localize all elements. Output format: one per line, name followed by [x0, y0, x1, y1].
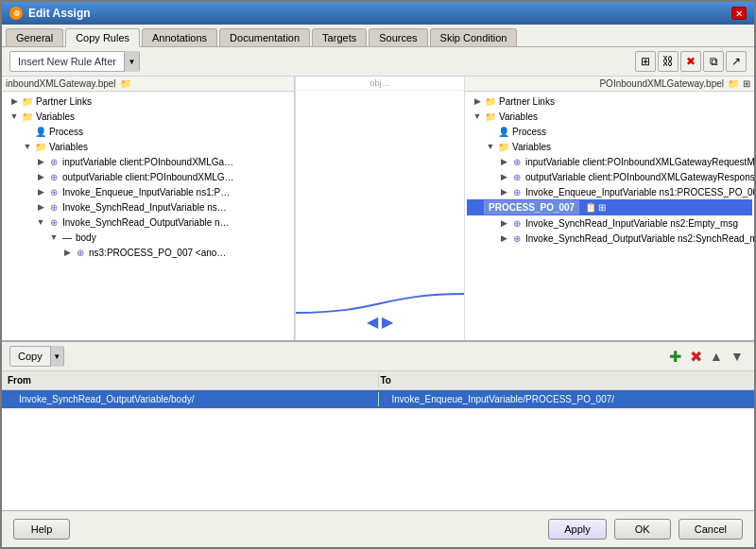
tree-item[interactable]: ▼ 📁 Variables [467, 109, 752, 124]
move-up-icon[interactable]: ▲ [707, 347, 726, 366]
grid-icon[interactable]: ⊞ [635, 51, 656, 72]
right-expand-icon: ⊞ [743, 78, 750, 89]
tree-item[interactable]: ▶ ⊕ ns3:PROCESS_PO_007 <ano… [4, 245, 292, 260]
move-down-icon[interactable]: ▼ [728, 347, 747, 366]
left-tree-area[interactable]: ▶ 📁 Partner Links ▼ 📁 Variables 👤 Proces… [2, 92, 294, 340]
tab-sources[interactable]: Sources [369, 28, 427, 46]
to-value: Invoke_Enqueue_InputVariable/PROCESS_PO_… [392, 394, 615, 404]
expand-icon: ▶ [471, 94, 484, 108]
process-icon: 👤 [34, 125, 47, 138]
tree-label: Variables [512, 142, 551, 152]
left-file-name: inboundXMLGateway.bpel [6, 78, 116, 89]
tab-copy-rules[interactable]: Copy Rules [65, 28, 140, 47]
link-icon[interactable]: ⛓ [658, 51, 679, 72]
copy-dropdown-arrow[interactable]: ▼ [50, 346, 63, 367]
var-icon: ⊕ [47, 155, 60, 168]
insert-rule-dropdown[interactable]: Insert New Rule After ▼ [9, 51, 140, 72]
tab-skip-condition[interactable]: Skip Condition [430, 28, 518, 46]
help-button[interactable]: Help [13, 519, 70, 540]
folder-icon: 📁 [484, 94, 497, 108]
footer: Help Apply OK Cancel [2, 510, 754, 547]
highlight-box: PROCESS_PO_007 [484, 200, 579, 214]
left-panel-header: inboundXMLGateway.bpel 📁 [2, 77, 294, 92]
tree-item[interactable]: ▼ — body [4, 230, 292, 245]
insert-rule-arrow[interactable]: ▼ [124, 51, 139, 72]
from-value: Invoke_SynchRead_OutputVariable/body/ [19, 394, 195, 404]
tree-item[interactable]: ▶ ⊕ Invoke_SynchRead_InputVariable ns2:E… [467, 215, 752, 231]
tab-annotations[interactable]: Annotations [142, 28, 217, 46]
table-header: From To [2, 371, 754, 390]
to-header: To [378, 373, 751, 387]
tree-item[interactable]: ▼ 📁 Variables [4, 139, 292, 154]
tree-label: Invoke_Enqueue_InputVariable ns1:P… [62, 187, 230, 197]
tree-item[interactable]: ▶ ⊕ outputVariable client:POInboundXMLG… [4, 169, 292, 184]
expand-icon: ▶ [34, 170, 47, 183]
from-header: From [6, 373, 378, 387]
folder-icon: 📁 [21, 94, 34, 108]
from-cell: ⊕ Invoke_SynchRead_OutputVariable/body/ [6, 392, 378, 406]
connector-label: obj… [296, 77, 464, 91]
tab-targets[interactable]: Targets [312, 28, 367, 46]
right-file-name: POInboundXMLGateway.bpel [599, 78, 724, 89]
tree-item[interactable]: ▶ ⊕ Invoke_SynchRead_OutputVariable ns2:… [467, 231, 752, 246]
var-icon: ⊕ [47, 170, 60, 183]
expand-icon: ▼ [21, 140, 34, 153]
expand-icon [21, 125, 34, 138]
tree-item[interactable]: ▼ ⊕ Invoke_SynchRead_OutputVariable n… [4, 214, 292, 230]
expand-icon: ▼ [8, 110, 21, 123]
tree-label: inputVariable client:POInboundXMLGa… [62, 157, 233, 167]
tab-documentation[interactable]: Documentation [219, 28, 310, 46]
tree-item[interactable]: ▶ ⊕ outputVariable client:POInboundXMLGa… [467, 169, 752, 184]
delete-rule-icon[interactable]: ✖ [686, 347, 705, 366]
tree-item[interactable]: 👤 Process [467, 124, 752, 139]
expand-icon: ▶ [60, 246, 74, 259]
close-button[interactable]: ✕ [731, 7, 747, 20]
arrow-left-icon: ◀ [367, 313, 378, 331]
tabs-bar: General Copy Rules Annotations Documenta… [2, 25, 754, 47]
from-icon: ⊕ [8, 394, 15, 404]
expand-icon: ▶ [8, 94, 21, 108]
tree-item[interactable]: ▶ 📁 Partner Links [4, 94, 292, 109]
toolbar-row: Insert New Rule After ▼ ⊞ ⛓ ✖ ⧉ ↗ [2, 47, 754, 77]
tree-item-highlighted[interactable]: PROCESS_PO_007 📋 ⊞ [467, 199, 752, 215]
left-panel: inboundXMLGateway.bpel 📁 ▶ 📁 Partner Lin… [2, 77, 295, 340]
title-bar-left: ⚙ Edit Assign [9, 7, 91, 20]
apply-button[interactable]: Apply [548, 519, 607, 540]
copy-rules-table: From To ⊕ Invoke_SynchRead_OutputVariabl… [2, 371, 754, 510]
add-rule-icon[interactable]: ✚ [665, 347, 684, 366]
copy-button[interactable]: Copy ▼ [9, 346, 64, 367]
table-row[interactable]: ⊕ Invoke_SynchRead_OutputVariable/body/ … [2, 390, 754, 409]
bottom-icons: ✚ ✖ ▲ ▼ [665, 347, 747, 366]
dialog-icon: ⚙ [9, 7, 23, 20]
node-icon: — [60, 231, 74, 244]
tree-item[interactable]: ▼ 📁 Variables [467, 139, 752, 154]
arrow-right-icon: ▶ [382, 313, 393, 331]
expand-icon: ▼ [47, 231, 60, 244]
remove-icon[interactable]: ✖ [680, 51, 701, 72]
tree-item[interactable]: ▶ ⊕ Invoke_Enqueue_InputVariable ns1:P… [4, 184, 292, 199]
tree-item[interactable]: ▼ 📁 Variables [4, 109, 292, 124]
tree-item[interactable]: ▶ ⊕ inputVariable client:POInboundXMLGat… [467, 154, 752, 169]
copy-icon[interactable]: ⧉ [703, 51, 724, 72]
tree-label: ns3:PROCESS_PO_007 <ano… [89, 248, 226, 258]
expand-icon: ▶ [497, 185, 510, 198]
tree-label: outputVariable client:POInboundXMLG… [62, 172, 234, 182]
cancel-button[interactable]: Cancel [679, 519, 743, 540]
connector-svg [296, 91, 465, 336]
tree-item[interactable]: ▶ ⊕ Invoke_Enqueue_InputVariable ns1:PRO… [467, 184, 752, 199]
expand-icon: ▶ [34, 200, 47, 214]
tree-item[interactable]: ▶ ⊕ Invoke_SynchRead_InputVariable ns… [4, 199, 292, 214]
tree-item[interactable]: ▶ 📁 Partner Links [467, 94, 752, 109]
tab-general[interactable]: General [6, 28, 63, 46]
ok-button[interactable]: OK [614, 519, 671, 540]
tree-label: body [76, 232, 96, 243]
folder-icon: 📁 [34, 140, 47, 153]
folder-icon: 📁 [484, 110, 497, 123]
var-icon: ⊕ [510, 155, 524, 168]
right-tree-area[interactable]: ▶ 📁 Partner Links ▼ 📁 Variables 👤 Proces… [465, 92, 754, 340]
tree-item[interactable]: ▶ ⊕ inputVariable client:POInboundXMLGa… [4, 154, 292, 169]
connector-controls: ◀ ▶ [367, 313, 393, 331]
tree-item[interactable]: 👤 Process [4, 124, 292, 139]
export-icon[interactable]: ↗ [726, 51, 747, 72]
tree-label: Invoke_SynchRead_OutputVariable ns2:Sync… [525, 233, 754, 244]
